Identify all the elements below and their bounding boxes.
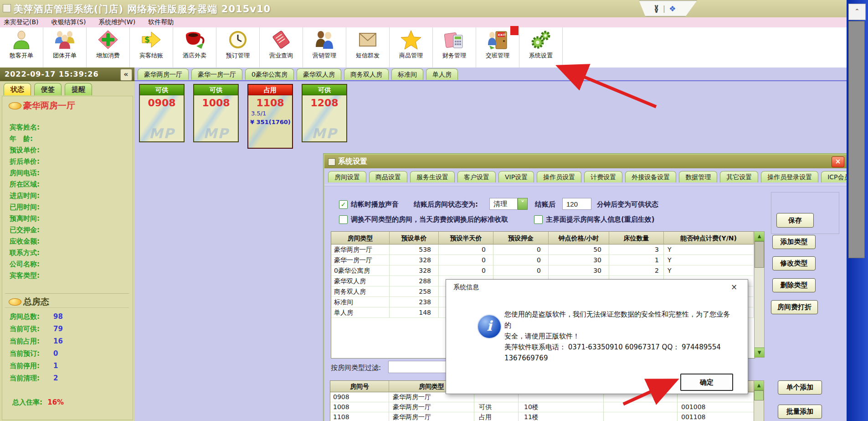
toolbar-group-checkin-button[interactable]: 团体开单 <box>43 27 87 68</box>
ok-button[interactable]: 确定 <box>680 374 733 391</box>
star-icon <box>399 29 423 51</box>
room-type-tab[interactable]: 商务双人房 <box>344 68 389 80</box>
table-scrollbar[interactable]: ▲ <box>754 380 764 421</box>
add-type-button[interactable]: 添加类型 <box>772 235 816 249</box>
room-card-1208[interactable]: 可供 1208 MP <box>302 84 347 142</box>
settings-tab[interactable]: 客户设置 <box>457 171 496 182</box>
scroll-up-icon[interactable]: ⌃ <box>848 4 866 20</box>
room-card-0908[interactable]: 可供 0908 MP <box>139 84 185 142</box>
guest-field-label: 预离时间: <box>10 213 40 224</box>
settings-tab[interactable]: 商品设置 <box>369 171 407 182</box>
settings-tab[interactable]: 数据管理 <box>679 171 717 182</box>
sidebar: 2022-09-17 15:39:26 « 状态 便签 提醒 豪华两房一厅 宾客… <box>0 68 135 421</box>
datetime-text: 2022-09-17 15:39:26 <box>5 70 99 78</box>
cell-room-type: 豪华双人房 <box>331 276 390 286</box>
room-type-tab[interactable]: 单人房 <box>426 68 458 80</box>
settings-tab[interactable]: 房间设置 <box>328 171 366 182</box>
cell-hourly-flag: Y <box>664 244 754 255</box>
toolbar-marketing-management-button[interactable]: 营销管理 <box>303 27 346 68</box>
guest-field-list: 宾客姓名:年 龄:预设单价:折后单价:房间电话:所在区域:进店时间:已用时间:预… <box>10 122 40 281</box>
table-row[interactable]: 1108 豪华两房一厅 占用 11楼 001108 <box>330 412 754 421</box>
settings-tab[interactable]: 计费设置 <box>584 171 622 182</box>
cell-phone-code: 001008 <box>678 402 754 412</box>
cell-hourly-flag: Y <box>664 265 754 276</box>
cell-deposit: 0 <box>493 244 549 255</box>
dialog-title: 系统设置 <box>338 157 367 166</box>
toolbar-add-consumption-button[interactable]: 增加消费 <box>87 27 130 68</box>
settings-tab[interactable]: 操作员登录设置 <box>761 171 818 182</box>
play-sound-checkbox[interactable]: ✓ <box>339 200 348 209</box>
toolbar-guest-checkout-button[interactable]: $ 宾客结账 <box>130 27 173 68</box>
room-fee-discount-button[interactable]: 房间费打折 <box>771 300 818 314</box>
close-icon[interactable]: × <box>832 156 844 167</box>
close-icon[interactable]: × <box>729 281 740 292</box>
table-row[interactable]: 0豪华公寓房 328 0 0 30 2 Y <box>331 265 755 276</box>
modify-type-button[interactable]: 修改类型 <box>772 256 816 270</box>
status-after-select[interactable]: 清理 <box>489 198 518 210</box>
toolbar-label: 散客开单 <box>10 52 33 60</box>
chevron-double-down-icon: ∨∨ <box>654 5 659 12</box>
scrollbar-thumb[interactable] <box>754 390 764 400</box>
dialog-icon <box>328 158 335 166</box>
mp-watermark: MP <box>140 125 184 141</box>
sidebar-tab-notes[interactable]: 便签 <box>34 83 62 95</box>
sidebar-tab-reminder[interactable]: 提醒 <box>65 83 92 95</box>
menu-item[interactable]: 软件帮助 <box>148 18 174 26</box>
table-row[interactable]: 豪华两房一厅 538 0 0 50 3 Y <box>331 244 755 255</box>
sidebar-collapse-button[interactable]: « <box>120 69 132 81</box>
room-status-badge: 可供 <box>303 85 346 95</box>
menu-item[interactable]: 系统维护(W) <box>98 18 135 26</box>
table-row[interactable]: 豪华一房一厅 328 0 0 30 1 Y <box>331 255 755 265</box>
chevron-down-icon[interactable]: ˅ <box>518 198 528 210</box>
after-checkout-label: 结账后 <box>535 200 555 209</box>
column-header: 预设押金 <box>493 232 549 244</box>
sidebar-tab-status[interactable]: 状态 <box>4 83 31 95</box>
room-type-tab[interactable]: 豪华双人房 <box>297 68 341 80</box>
scrollbar-thumb[interactable] <box>755 241 764 268</box>
scroll-up-icon[interactable]: ▲ <box>754 381 764 390</box>
settings-tab[interactable]: 服务生设置 <box>410 171 455 182</box>
room-type-filter-input[interactable] <box>388 361 447 373</box>
settings-tab[interactable]: VIP设置 <box>498 171 534 182</box>
menu-item[interactable]: 来宾登记(B) <box>4 18 39 26</box>
cell-price: 328 <box>390 255 439 265</box>
toolbar-system-settings-button[interactable]: 系统设置 <box>519 27 563 68</box>
settings-tab[interactable]: 其它设置 <box>720 171 758 182</box>
settings-tab[interactable]: 操作员设置 <box>537 171 581 182</box>
scroll-up-icon[interactable]: ▲ <box>755 232 764 241</box>
swap-room-checkbox[interactable] <box>339 215 348 224</box>
save-button[interactable]: 保存 <box>776 213 814 228</box>
menu-item[interactable]: 收银结算(S) <box>51 18 86 26</box>
settings-tab[interactable]: 外接设备设置 <box>625 171 676 182</box>
room-type-tab[interactable]: 标准间 <box>391 68 423 80</box>
toolbar-business-query-button[interactable]: 营业查询 <box>260 27 303 68</box>
table-row[interactable]: 1008 豪华两房一厅 可供 10楼 001008 <box>330 402 754 412</box>
minutes-input[interactable] <box>562 198 591 210</box>
toolbar-goods-management-button[interactable]: 商品管理 <box>390 27 433 68</box>
guest-field-label: 宾客姓名: <box>10 122 40 133</box>
table-scrollbar[interactable]: ▲ ▼ <box>754 231 765 358</box>
toolbar-sms-broadcast-button[interactable]: 短信群发 <box>346 27 390 68</box>
room-number: 1208 <box>303 97 346 109</box>
room-card-1008[interactable]: 可供 1008 MP <box>193 84 239 142</box>
room-type-tab[interactable]: 豪华一房一厅 <box>191 68 242 80</box>
room-type-tab[interactable]: 0豪华公寓房 <box>245 68 294 80</box>
add-batch-rooms-button[interactable]: 批量添加 <box>778 405 822 419</box>
scroll-down-icon[interactable]: ▼ <box>755 348 764 357</box>
occupancy-rate: 总入住率: 16% <box>12 398 64 407</box>
toolbar-walkin-checkin-button[interactable]: 散客开单 <box>0 27 43 68</box>
main-ui-hint-checkbox[interactable] <box>534 215 543 224</box>
delete-type-button[interactable]: 删除类型 <box>772 278 816 292</box>
stat-value: 0 <box>53 348 58 360</box>
toolbar-booking-management-button[interactable]: 预订管理 <box>216 27 260 68</box>
room-stats: 房间总数: 98 当前可供: 79 当前占用: 16 当前预订: <box>10 311 63 385</box>
room-card-1108[interactable]: 占用 1108 3.5/1 ¥ 351(1760) <box>247 84 293 149</box>
toolbar-finance-management-button[interactable]: 财务管理 <box>433 27 476 68</box>
scrollbar-thumb[interactable] <box>848 21 865 258</box>
toolbar-hotel-takeout-button[interactable]: 酒店外卖 <box>173 27 216 68</box>
room-type-tab[interactable]: 豪华两房一厅 <box>138 68 189 80</box>
cell-room-type: 豪华两房一厅 <box>389 412 474 421</box>
add-single-room-button[interactable]: 单个添加 <box>778 380 822 395</box>
room-number: 0908 <box>140 97 184 109</box>
cell-floor: 11楼 <box>519 412 604 421</box>
